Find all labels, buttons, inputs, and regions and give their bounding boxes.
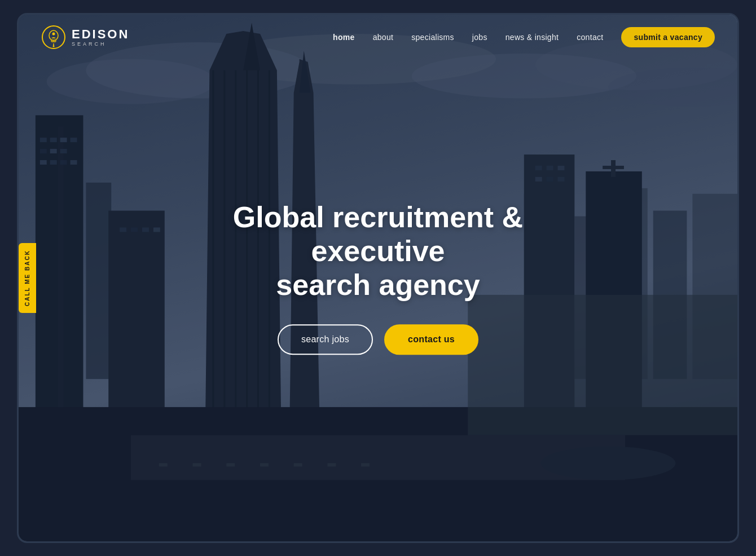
nav-item-news[interactable]: news & insight: [506, 32, 559, 42]
nav-link-specialisms[interactable]: specialisms: [411, 33, 454, 42]
brand-sub: SEARCH: [72, 41, 129, 47]
hero-title: Global recruitment & executive search ag…: [181, 201, 575, 302]
nav-links: home about specialisms jobs news & insig…: [333, 32, 715, 42]
device-frame: EDISON SEARCH home about specialisms job…: [17, 13, 739, 543]
svg-point-67: [52, 33, 55, 36]
hero-buttons: search jobs contact us: [181, 325, 575, 355]
call-me-back-tab[interactable]: CALL ME BACK: [19, 243, 36, 313]
brand-name: EDISON: [72, 28, 129, 41]
hero-title-line2: search agency: [276, 268, 480, 301]
nav-link-news[interactable]: news & insight: [506, 33, 559, 42]
nav-link-contact[interactable]: contact: [577, 33, 603, 42]
nav-item-about[interactable]: about: [373, 32, 394, 42]
nav-item-specialisms[interactable]: specialisms: [411, 32, 454, 42]
submit-vacancy-button[interactable]: submit a vacancy: [621, 27, 715, 47]
logo[interactable]: EDISON SEARCH: [41, 25, 129, 50]
call-me-back-label[interactable]: CALL ME BACK: [19, 243, 36, 313]
hero-section: EDISON SEARCH home about specialisms job…: [19, 15, 737, 541]
hero-title-line1: Global recruitment & executive: [233, 201, 523, 267]
nav-item-jobs[interactable]: jobs: [472, 32, 487, 42]
nav-link-home[interactable]: home: [333, 33, 355, 42]
nav-link-jobs[interactable]: jobs: [472, 33, 487, 42]
hero-content: Global recruitment & executive search ag…: [181, 201, 575, 355]
svg-point-69: [53, 46, 55, 47]
navbar: EDISON SEARCH home about specialisms job…: [19, 15, 737, 60]
nav-item-home[interactable]: home: [333, 32, 355, 42]
nav-link-about[interactable]: about: [373, 33, 394, 42]
logo-icon: [41, 25, 66, 50]
nav-item-cta[interactable]: submit a vacancy: [621, 32, 715, 42]
contact-us-button[interactable]: contact us: [384, 325, 478, 355]
search-jobs-button[interactable]: search jobs: [278, 325, 373, 355]
svg-point-64: [49, 30, 58, 41]
nav-item-contact[interactable]: contact: [577, 32, 603, 42]
